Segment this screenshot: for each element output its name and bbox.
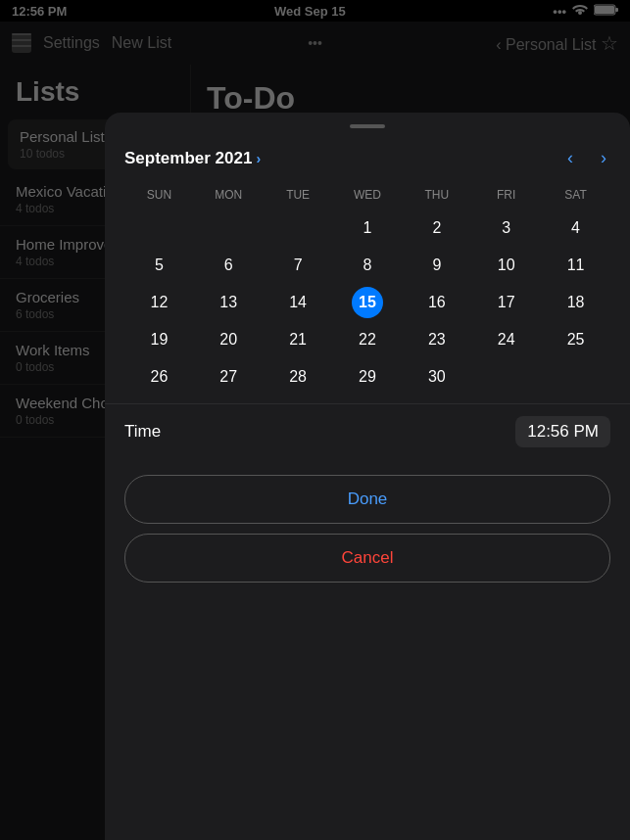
calendar-day-16[interactable]: 16 (402, 284, 471, 321)
calendar-prev-button[interactable]: ‹ (563, 144, 577, 172)
calendar-day-9[interactable]: 9 (402, 247, 471, 284)
time-label: Time (124, 422, 161, 442)
calendar-day-24[interactable]: 24 (471, 321, 541, 358)
modal-handle (350, 124, 385, 128)
calendar-day-14[interactable]: 14 (264, 284, 333, 321)
calendar-month-year: September 2021 › (124, 149, 261, 168)
calendar-day-21[interactable]: 21 (264, 321, 333, 358)
calendar-nav: ‹ › (563, 144, 610, 172)
calendar-day-28[interactable]: 28 (264, 358, 333, 396)
calendar-day-empty (194, 210, 264, 247)
calendar-grid: SUN MON TUE WED THU FRI SAT 123456789101… (124, 184, 610, 396)
calendar-expand-arrow[interactable]: › (256, 151, 261, 166)
calendar-next-button[interactable]: › (597, 144, 610, 172)
weekday-fri: FRI (471, 184, 541, 206)
calendar-day-12[interactable]: 12 (124, 284, 194, 321)
calendar-days: 1234567891011121314151617181920212223242… (124, 210, 610, 396)
calendar-day-26[interactable]: 26 (124, 358, 194, 396)
calendar-day-empty (471, 358, 541, 396)
calendar-day-13[interactable]: 13 (194, 284, 264, 321)
calendar-header: September 2021 › ‹ › (124, 144, 610, 172)
weekday-sat: SAT (541, 184, 610, 206)
calendar-day-1[interactable]: 1 (333, 210, 403, 247)
calendar-month-year-label: September 2021 (124, 149, 252, 168)
calendar-day-8[interactable]: 8 (333, 247, 403, 284)
calendar-day-27[interactable]: 27 (194, 358, 264, 396)
calendar-day-7[interactable]: 7 (264, 247, 333, 284)
calendar-weekdays: SUN MON TUE WED THU FRI SAT (124, 184, 610, 206)
weekday-sun: SUN (124, 184, 194, 206)
calendar-day-5[interactable]: 5 (124, 247, 194, 284)
modal-sheet: September 2021 › ‹ › SUN MON TUE WED THU… (105, 113, 630, 840)
calendar-day-19[interactable]: 19 (124, 321, 194, 358)
calendar-day-3[interactable]: 3 (471, 210, 541, 247)
calendar-day-18[interactable]: 18 (541, 284, 610, 321)
modal-buttons: Done Cancel (105, 459, 630, 583)
calendar-day-empty (541, 358, 610, 396)
calendar-day-23[interactable]: 23 (402, 321, 471, 358)
time-row: Time 12:56 PM (105, 403, 630, 459)
weekday-mon: MON (194, 184, 264, 206)
calendar-day-4[interactable]: 4 (541, 210, 610, 247)
calendar-day-15[interactable]: 15 (333, 284, 403, 321)
calendar-day-20[interactable]: 20 (194, 321, 264, 358)
calendar-day-22[interactable]: 22 (333, 321, 403, 358)
time-value[interactable]: 12:56 PM (515, 416, 610, 447)
calendar-day-6[interactable]: 6 (194, 247, 264, 284)
weekday-tue: TUE (264, 184, 333, 206)
weekday-wed: WED (333, 184, 403, 206)
calendar-day-25[interactable]: 25 (541, 321, 610, 358)
calendar-day-17[interactable]: 17 (471, 284, 541, 321)
calendar-day-empty (124, 210, 194, 247)
calendar-day-29[interactable]: 29 (333, 358, 403, 396)
calendar-day-11[interactable]: 11 (541, 247, 610, 284)
calendar-day-2[interactable]: 2 (402, 210, 471, 247)
weekday-thu: THU (402, 184, 471, 206)
done-button[interactable]: Done (124, 475, 610, 524)
cancel-button[interactable]: Cancel (124, 534, 610, 583)
calendar-day-10[interactable]: 10 (471, 247, 541, 284)
calendar-day-empty (264, 210, 333, 247)
calendar-container: September 2021 › ‹ › SUN MON TUE WED THU… (105, 144, 630, 396)
calendar-day-30[interactable]: 30 (402, 358, 471, 396)
